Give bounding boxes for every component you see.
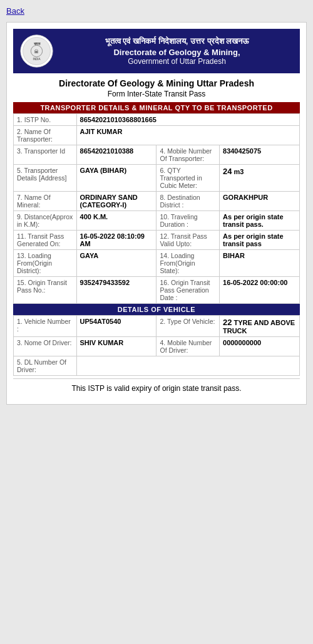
- field-label-12: 12. Transit Pass Valid Upto:: [156, 231, 220, 250]
- transporter-table: 1. ISTP No. 86542021010368801665 2. Name…: [13, 113, 300, 304]
- field-value-2: AJIT KUMAR: [76, 126, 299, 145]
- field-value-16: 16-05-2022 00:00:00: [220, 277, 300, 304]
- table-row: 3. Nome Of Driver: SHIV KUMAR 4. Mobile …: [14, 337, 300, 356]
- field-value-10: As per origin state transit pass.: [220, 211, 300, 231]
- svg-text:INDIA: INDIA: [33, 58, 41, 61]
- table-row: 15. Origin Transit Pass No.: 93524794335…: [14, 277, 300, 304]
- field-value-7: ORDINARY SAND (CATEGORY-I): [76, 192, 156, 211]
- document-card: भारत 🏛 INDIA भूतत्व एवं खनिकर्म निदेशालय…: [6, 22, 307, 405]
- field-label-7: 7. Name Of Mineral:: [14, 192, 77, 211]
- vehicle-section-header: Details Of Vehicle: [13, 304, 300, 315]
- table-row: 1. Vehicle Number : UP54AT0540 2. Type O…: [14, 316, 300, 337]
- field-label-16: 16. Origin Transit Pass Generation Date …: [156, 277, 220, 304]
- field-label-8: 8. Destination District :: [156, 192, 220, 211]
- field-label-1: 1. ISTP No.: [14, 114, 77, 126]
- field-label-15: 15. Origin Transit Pass No.:: [14, 277, 77, 304]
- table-row: 2. Name Of Transporter: AJIT KUMAR: [14, 126, 300, 145]
- vehicle-label-4: 4. Mobile Number Of Driver:: [156, 337, 220, 356]
- field-value-5: GAYA (BIHAR): [76, 165, 156, 192]
- transporter-section-header: Transporter Details & Mineral QTY to be …: [13, 102, 300, 113]
- table-row: 5. Transporter Details [Address] GAYA (B…: [14, 165, 300, 192]
- footer-note: This ISTP is valid expiry of origin stat…: [13, 378, 300, 398]
- field-label-14: 14. Loading From(Origin State):: [156, 250, 220, 277]
- field-value-11: 16-05-2022 08:10:09 AM: [76, 231, 156, 250]
- table-row: 1. ISTP No. 86542021010368801665: [14, 114, 300, 126]
- vehicle-value-2: 22 TYRE AND ABOVE TRUCK: [220, 316, 300, 337]
- vehicle-value-3: SHIV KUMAR: [76, 337, 156, 356]
- doc-subtitle: Form Inter-State Transit Pass: [13, 90, 300, 98]
- field-label-10: 10. Traveling Duration :: [156, 211, 220, 231]
- table-row: 3. Transporter Id 86542021010388 4. Mobi…: [14, 145, 300, 165]
- field-value-8: GORAKHPUR: [220, 192, 300, 211]
- table-row: 5. DL Number Of Driver:: [14, 356, 300, 376]
- table-row: 9. Distance(Approx in K.M): 400 K.M. 10.…: [14, 211, 300, 231]
- field-label-3: 3. Transporter Id: [14, 145, 77, 165]
- header-eng-line2: Government of Uttar Pradesh: [60, 57, 294, 66]
- field-label-9: 9. Distance(Approx in K.M):: [14, 211, 77, 231]
- field-label-6: 6. QTY Transported in Cubic Meter:: [156, 165, 220, 192]
- field-value-12: As per origin state transit pass: [220, 231, 300, 250]
- header-hindi: भूतत्व एवं खनिकर्म निदेशालय, उत्तर प्रदे…: [60, 36, 294, 46]
- header-section: भारत 🏛 INDIA भूतत्व एवं खनिकर्म निदेशालय…: [13, 29, 300, 73]
- field-value-6: 24 m3: [220, 165, 300, 192]
- table-row: 11. Transit Pass Generated On: 16-05-202…: [14, 231, 300, 250]
- vehicle-table: 1. Vehicle Number : UP54AT0540 2. Type O…: [13, 315, 300, 376]
- vehicle-value-4: 0000000000: [220, 337, 300, 356]
- field-label-5: 5. Transporter Details [Address]: [14, 165, 77, 192]
- field-label-13: 13. Loading From(Origin District):: [14, 250, 77, 277]
- field-value-4: 8340425075: [220, 145, 300, 165]
- doc-title: Directorate Of Geology & Mining Uttar Pr…: [13, 78, 300, 88]
- vehicle-label-1: 1. Vehicle Number :: [14, 316, 77, 337]
- svg-text:🏛: 🏛: [34, 49, 39, 55]
- table-row: 13. Loading From(Origin District): GAYA …: [14, 250, 300, 277]
- field-value-13: GAYA: [76, 250, 156, 277]
- field-label-2: 2. Name Of Transporter:: [14, 126, 77, 145]
- field-label-4: 4. Mobile Number Of Transporter:: [156, 145, 220, 165]
- field-value-15: 9352479433592: [76, 277, 156, 304]
- vehicle-label-5: 5. DL Number Of Driver:: [14, 356, 77, 376]
- header-eng-line1: Directorate of Geology & Mining,: [60, 48, 294, 57]
- field-value-9: 400 K.M.: [76, 211, 156, 231]
- vehicle-value-5: [76, 356, 299, 376]
- table-row: 7. Name Of Mineral: ORDINARY SAND (CATEG…: [14, 192, 300, 211]
- field-value-1: 86542021010368801665: [76, 114, 299, 126]
- vehicle-label-3: 3. Nome Of Driver:: [14, 337, 77, 356]
- back-link[interactable]: Back: [6, 6, 24, 16]
- vehicle-value-1: UP54AT0540: [76, 316, 156, 337]
- vehicle-label-2: 2. Type Of Vehicle:: [156, 316, 220, 337]
- field-value-14: BIHAR: [220, 250, 300, 277]
- logo-icon: भारत 🏛 INDIA: [19, 34, 54, 68]
- field-value-3: 86542021010388: [76, 145, 156, 165]
- field-label-11: 11. Transit Pass Generated On:: [14, 231, 77, 250]
- header-text: भूतत्व एवं खनिकर्म निदेशालय, उत्तर प्रदे…: [60, 36, 294, 66]
